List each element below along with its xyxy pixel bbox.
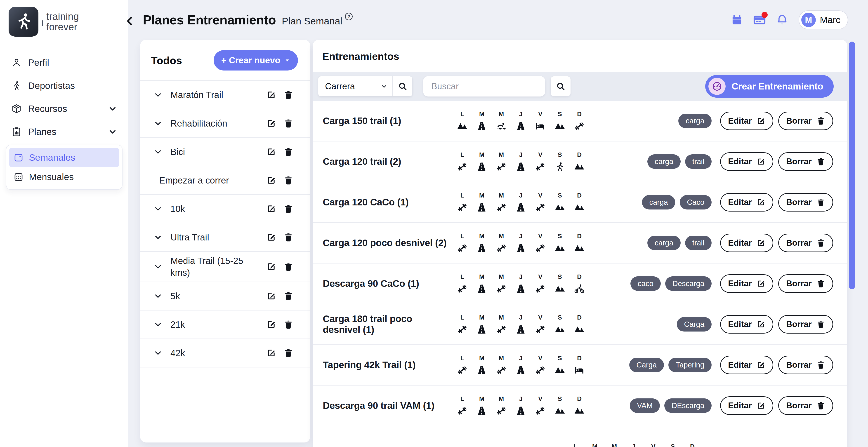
edit-workout-button[interactable]: Editar	[720, 274, 773, 293]
edit-icon[interactable]	[266, 262, 276, 272]
sidebar-item-recursos[interactable]: Recursos	[0, 97, 128, 120]
trash-icon[interactable]	[283, 348, 293, 358]
plan-item-bici[interactable]: Bici	[140, 138, 310, 166]
sidebar-subitem-label: Semanales	[29, 152, 75, 163]
plan-item-rehabilitacion[interactable]: Rehabilitación	[140, 109, 310, 138]
edit-workout-button[interactable]: Editar	[720, 315, 773, 333]
edit-icon[interactable]	[266, 90, 276, 100]
edit-workout-button[interactable]: Editar	[720, 396, 773, 415]
sport-filter-select[interactable]: Carrera	[318, 76, 393, 96]
edit-workout-button[interactable]: Editar	[720, 193, 773, 212]
delete-workout-button[interactable]: Borrar	[778, 111, 833, 130]
trash-icon[interactable]	[283, 204, 293, 214]
edit-icon[interactable]	[266, 232, 276, 242]
dumbbell-icon	[574, 121, 585, 131]
day-column: S	[552, 192, 568, 213]
filter-search-button[interactable]	[393, 76, 412, 96]
chevron-down-icon[interactable]	[154, 204, 162, 213]
chevron-down-icon[interactable]	[154, 91, 162, 99]
workout-row: Carga 120 poco desnivel (2)LMMJVSDcargat…	[313, 223, 847, 263]
edit-workout-button[interactable]: Editar	[720, 152, 773, 171]
plan-item-media-trail-15-25-kms[interactable]: Media Trail (15-25 kms)	[140, 252, 310, 282]
trash-icon[interactable]	[283, 291, 293, 301]
day-letter: D	[577, 314, 582, 321]
edit-workout-button[interactable]: Editar	[720, 356, 773, 374]
delete-workout-button-label: Borrar	[786, 116, 812, 126]
brand-name-line1: training	[46, 11, 79, 22]
workout-title: Carga 120 CaCo (1)	[323, 197, 454, 208]
user-menu[interactable]: M Marc	[799, 10, 848, 29]
chevron-down-icon[interactable]	[154, 262, 162, 271]
plan-item-5k[interactable]: 5k	[140, 282, 310, 311]
calendar-icon[interactable]	[731, 14, 743, 26]
app-root: { "brand": { "line1": "training", "line2…	[0, 0, 868, 447]
edit-icon[interactable]	[266, 204, 276, 214]
edit-icon[interactable]	[266, 147, 276, 157]
delete-workout-button[interactable]: Borrar	[778, 152, 833, 171]
dumbbell-icon	[535, 406, 546, 416]
day-column: V	[532, 192, 549, 213]
day-letter: J	[519, 395, 523, 403]
sidebar-item-perfil[interactable]: Perfil	[0, 51, 128, 74]
delete-workout-button-label: Borrar	[786, 401, 812, 410]
billing-card-icon[interactable]	[753, 14, 766, 26]
trash-icon[interactable]	[283, 262, 293, 272]
chevron-down-icon[interactable]	[154, 320, 162, 329]
delete-workout-button[interactable]: Borrar	[778, 396, 833, 415]
plan-item-actions	[266, 90, 293, 100]
walker-icon	[11, 81, 22, 91]
delete-workout-button[interactable]: Borrar	[778, 356, 833, 374]
sidebar-subitem-mensuales[interactable]: Mensuales	[9, 167, 119, 187]
create-plan-button[interactable]: + Crear nuevo	[214, 50, 298, 70]
plan-item-label: Bici	[170, 146, 258, 158]
plan-item-10k[interactable]: 10k	[140, 195, 310, 223]
delete-workout-button[interactable]: Borrar	[778, 234, 833, 252]
trash-icon[interactable]	[283, 90, 293, 100]
edit-icon[interactable]	[266, 175, 276, 185]
edit-icon	[756, 320, 765, 329]
sidebar-item-planes[interactable]: Planes	[0, 120, 128, 143]
trash-icon[interactable]	[283, 175, 293, 185]
chevron-down-icon[interactable]	[154, 349, 162, 357]
day-column: D	[571, 273, 588, 294]
edit-icon[interactable]	[266, 291, 276, 301]
delete-workout-button[interactable]: Borrar	[778, 315, 833, 333]
sidebar-subitem-semanales[interactable]: Semanales	[9, 148, 119, 167]
day-letter: L	[460, 314, 464, 321]
day-column: V	[532, 355, 549, 376]
chevron-down-icon[interactable]	[154, 292, 162, 300]
plans-panel-header: Todos + Crear nuevo	[140, 40, 310, 81]
search-input[interactable]	[423, 76, 545, 96]
edit-workout-button[interactable]: Editar	[720, 234, 773, 252]
day-letter: J	[519, 355, 523, 362]
search-button[interactable]	[551, 76, 570, 96]
trash-icon[interactable]	[283, 232, 293, 242]
day-letter: M	[479, 355, 485, 362]
edit-workout-button[interactable]: Editar	[720, 111, 773, 130]
trash-icon[interactable]	[283, 119, 293, 128]
chevron-down-icon[interactable]	[154, 148, 162, 156]
delete-workout-button[interactable]: Borrar	[778, 193, 833, 212]
edit-icon[interactable]	[266, 320, 276, 329]
trash-icon	[816, 238, 825, 248]
help-icon[interactable]: ?	[345, 13, 352, 20]
edit-icon[interactable]	[266, 119, 276, 128]
dumbbell-icon	[496, 202, 507, 213]
chevron-down-icon[interactable]	[154, 233, 162, 242]
vertical-scrollbar[interactable]	[849, 41, 855, 289]
plan-item-42k[interactable]: 42k	[140, 339, 310, 368]
create-workout-button[interactable]: Crear Entrenamiento	[705, 75, 834, 98]
plan-item-21k[interactable]: 21k	[140, 311, 310, 339]
plan-item-ultra-trail[interactable]: Ultra Trail	[140, 223, 310, 252]
plan-item-maraton-trail[interactable]: Maratón Trail	[140, 81, 310, 109]
plan-item-empezar-a-correr[interactable]: Empezar a correr	[140, 166, 310, 195]
chevron-down-icon[interactable]	[154, 119, 162, 128]
sidebar-collapse-button[interactable]	[124, 15, 135, 27]
create-workout-button-label: Crear Entrenamiento	[732, 81, 823, 92]
trash-icon[interactable]	[283, 147, 293, 157]
trash-icon[interactable]	[283, 320, 293, 329]
edit-icon[interactable]	[266, 348, 276, 358]
sidebar-item-deportistas[interactable]: Deportistas	[0, 74, 128, 97]
delete-workout-button[interactable]: Borrar	[778, 274, 833, 293]
notifications-bell-icon[interactable]	[776, 14, 788, 26]
